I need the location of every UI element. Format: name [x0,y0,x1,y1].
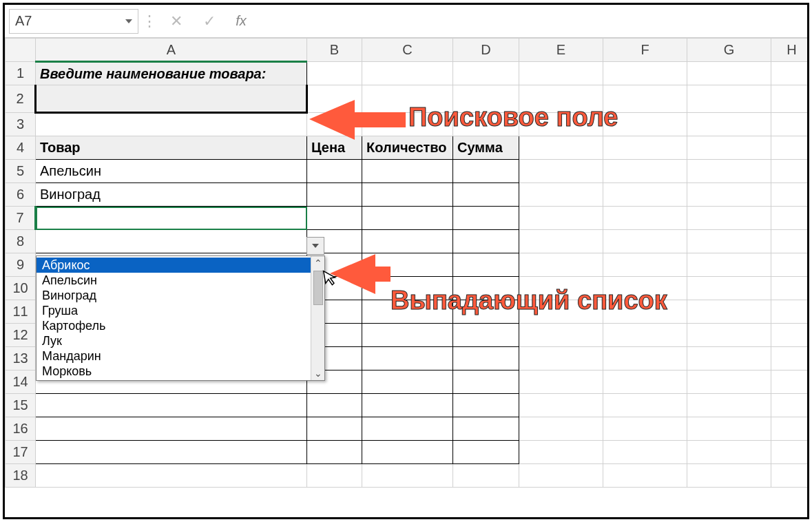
cell[interactable] [453,394,519,417]
list-item[interactable]: Картофель [37,318,311,333]
cell[interactable] [362,394,453,417]
cell[interactable] [603,160,687,183]
cell[interactable] [687,370,771,394]
row-header[interactable]: 6 [6,183,36,207]
cell[interactable] [603,230,687,253]
row-header[interactable]: 18 [6,464,36,488]
row-header[interactable]: 4 [6,136,36,160]
cell[interactable] [36,113,307,136]
cell[interactable] [687,230,771,253]
list-item[interactable]: Груша [37,303,311,318]
cell[interactable] [362,347,453,370]
cell[interactable] [771,160,810,183]
cell[interactable] [307,113,362,136]
cell[interactable] [771,207,810,230]
cell[interactable] [307,183,362,207]
row-header[interactable]: 10 [6,277,36,300]
cell-C4[interactable]: Количество [362,136,453,160]
cell[interactable] [603,417,687,441]
cell[interactable] [603,464,687,488]
cell[interactable] [453,324,519,347]
cell[interactable] [453,347,519,370]
cell[interactable] [362,464,453,488]
cell[interactable] [771,324,810,347]
cell[interactable] [687,300,771,324]
cell[interactable] [771,62,810,85]
cell[interactable] [687,277,771,300]
cell[interactable] [453,160,519,183]
cell[interactable] [603,347,687,370]
cell[interactable] [519,464,603,488]
cell[interactable] [519,394,603,417]
row-header[interactable]: 7 [6,207,36,230]
cell[interactable] [603,370,687,394]
formula-input[interactable] [258,9,803,34]
cell[interactable] [453,417,519,441]
row-header[interactable]: 17 [6,441,36,464]
cell[interactable] [36,441,307,464]
list-item[interactable]: Абрикос [37,258,311,273]
cell[interactable] [687,347,771,370]
cell[interactable] [36,464,307,488]
cell-A1[interactable]: Введите наименование товара: [36,62,307,85]
cell[interactable] [453,230,519,253]
cell[interactable] [771,300,810,324]
cell[interactable] [519,207,603,230]
cell[interactable] [687,85,771,113]
cell[interactable] [519,324,603,347]
cell[interactable] [771,370,810,394]
cell[interactable] [362,207,453,230]
scrollbar-thumb[interactable] [313,271,323,305]
row-header[interactable]: 16 [6,417,36,441]
row-header[interactable]: 2 [6,85,36,113]
cell[interactable] [307,62,362,85]
col-header-H[interactable]: H [771,39,810,62]
cell[interactable] [603,207,687,230]
list-item[interactable]: Морковь [37,364,311,379]
cell[interactable] [771,113,810,136]
cell[interactable] [687,417,771,441]
cell[interactable] [519,253,603,277]
cell[interactable] [603,394,687,417]
cell[interactable] [687,183,771,207]
cell[interactable] [362,230,453,253]
list-item[interactable]: Апельсин [37,273,311,288]
row-header[interactable]: 8 [6,230,36,253]
cell[interactable] [771,183,810,207]
cell[interactable] [36,394,307,417]
cell[interactable] [453,370,519,394]
cell[interactable] [687,441,771,464]
chevron-up-icon[interactable]: ⌃ [314,258,322,268]
scrollbar[interactable]: ⌃ ⌄ [311,256,324,380]
cell[interactable] [771,464,810,488]
col-header-B[interactable]: B [307,39,362,62]
cell[interactable] [362,183,453,207]
chevron-down-icon[interactable]: ⌄ [314,368,322,378]
col-header-E[interactable]: E [519,39,603,62]
cell[interactable] [687,464,771,488]
cell[interactable] [519,62,603,85]
cell[interactable] [771,441,810,464]
row-header[interactable]: 11 [6,300,36,324]
cell[interactable] [771,230,810,253]
col-header-C[interactable]: C [362,39,453,62]
cell-A2-search[interactable] [36,85,307,113]
cell-A4[interactable]: Товар [36,136,307,160]
cell[interactable] [687,253,771,277]
cell[interactable] [687,160,771,183]
cell-B4[interactable]: Цена [307,136,362,160]
data-validation-dropdown-button[interactable] [306,237,324,255]
cell[interactable] [362,324,453,347]
cell[interactable] [687,394,771,417]
cell[interactable] [603,253,687,277]
cell[interactable] [307,441,362,464]
cell[interactable] [362,160,453,183]
row-header[interactable]: 14 [6,370,36,394]
enter-button[interactable]: ✓ [195,9,224,34]
cell[interactable] [603,324,687,347]
cell[interactable] [453,183,519,207]
cell[interactable] [307,160,362,183]
list-item[interactable]: Мандарин [37,348,311,364]
cancel-button[interactable]: ✕ [162,9,191,34]
cell[interactable] [307,417,362,441]
